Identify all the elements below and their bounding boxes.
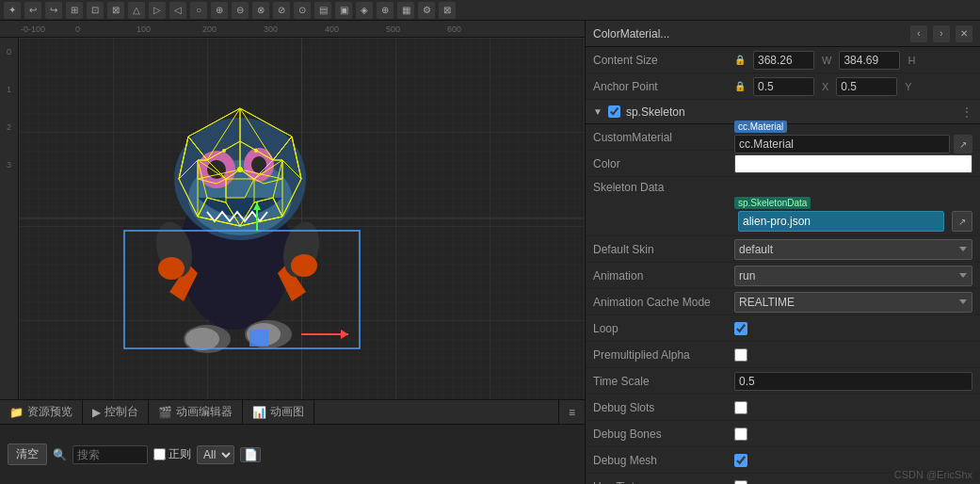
loop-value <box>734 322 972 335</box>
svg-marker-65 <box>341 330 348 339</box>
toolbar-icon-1[interactable]: ⊞ <box>66 2 83 19</box>
right-panel-header: ColorMaterial... ‹ › ✕ <box>586 21 980 47</box>
anchor-y-input[interactable] <box>836 77 897 96</box>
panel-tabs: 📁 资源预览 ▶ 控制台 🎬 动画编辑器 📊 动画图 ≡ <box>0 400 585 425</box>
debug-bones-row: Debug Bones <box>586 421 980 447</box>
animation-cache-mode-value: REALTIME <box>734 292 972 313</box>
premultiplied-alpha-row: Premultiplied Alpha <box>586 342 980 368</box>
toolbar-icon-logo[interactable]: ✦ <box>4 2 21 19</box>
debug-bones-checkbox[interactable] <box>734 428 747 441</box>
skeleton-enable-checkbox[interactable] <box>608 105 620 118</box>
panel-nav-forward[interactable]: › <box>933 25 950 42</box>
clear-button[interactable]: 清空 <box>8 444 47 465</box>
tab-animation-editor[interactable]: 🎬 动画编辑器 <box>149 400 243 424</box>
animation-cache-mode-label: Animation Cache Mode <box>593 296 734 309</box>
ruler-mark-1: 0 <box>75 24 80 34</box>
debug-slots-checkbox[interactable] <box>734 401 747 414</box>
canvas-viewport[interactable]: -0-100 0 100 200 300 400 500 600 0 1 2 3 <box>0 21 585 399</box>
toolbar-icon-17[interactable]: ▦ <box>397 2 414 19</box>
skeleton-data-input[interactable] <box>738 211 944 232</box>
color-swatch[interactable] <box>734 154 972 173</box>
color-value <box>734 154 972 173</box>
toolbar-icon-10[interactable]: ⊗ <box>252 2 269 19</box>
folder-btn[interactable]: 📄 <box>240 447 261 462</box>
svg-point-44 <box>254 149 258 153</box>
toolbar-icon-redo[interactable]: ↪ <box>45 2 62 19</box>
animation-cache-mode-select[interactable]: REALTIME <box>734 292 972 313</box>
ruler-side-mark-4: 3 <box>7 160 11 169</box>
toolbar-icon-15[interactable]: ◈ <box>356 2 373 19</box>
panel-content: 清空 🔍 正则 All 📄 <box>0 425 585 484</box>
debug-mesh-checkbox[interactable] <box>734 454 747 467</box>
tab-animation-graph[interactable]: 📊 动画图 <box>243 400 314 424</box>
panel-menu-btn[interactable]: ≡ <box>558 400 585 424</box>
loop-checkbox[interactable] <box>734 322 747 335</box>
toolbar-icon-3[interactable]: ⊠ <box>107 2 124 19</box>
toolbar-icon-2[interactable]: ⊡ <box>87 2 104 19</box>
ruler-mark-0: -0-100 <box>21 24 45 34</box>
toolbar-icons: ✦ ↩ ↪ ⊞ ⊡ ⊠ △ ▷ ◁ ○ ⊕ ⊖ ⊗ ⊘ ⊙ ▤ ▣ ◈ ⊕ ▦ … <box>4 2 456 19</box>
time-scale-input[interactable] <box>734 372 972 391</box>
toolbar-icon-18[interactable]: ⚙ <box>418 2 435 19</box>
content-size-h-input[interactable] <box>839 51 900 70</box>
toolbar-icon-16[interactable]: ⊕ <box>377 2 394 19</box>
toolbar-icon-undo[interactable]: ↩ <box>24 2 41 19</box>
lock-icon-cs: 🔒 <box>734 55 746 65</box>
animation-select[interactable]: run <box>734 266 972 286</box>
top-toolbar: ✦ ↩ ↪ ⊞ ⊡ ⊠ △ ▷ ◁ ○ ⊕ ⊖ ⊗ ⊘ ⊙ ▤ ▣ ◈ ⊕ ▦ … <box>0 0 980 21</box>
tab-asset-preview[interactable]: 📁 资源预览 <box>0 400 83 424</box>
animation-cache-mode-row: Animation Cache Mode REALTIME <box>586 289 980 315</box>
toolbar-icon-13[interactable]: ▤ <box>314 2 331 19</box>
toolbar-icon-8[interactable]: ⊕ <box>211 2 228 19</box>
ruler-side-mark-2: 1 <box>7 85 11 94</box>
console-label: 控制台 <box>104 404 138 420</box>
content-size-value: 🔒 W H <box>734 51 972 70</box>
animation-label: Animation <box>593 269 734 282</box>
toolbar-icon-14[interactable]: ▣ <box>335 2 352 19</box>
asset-preview-icon: 📁 <box>9 406 24 419</box>
toolbar-icon-11[interactable]: ⊘ <box>273 2 290 19</box>
toolbar-icon-12[interactable]: ⊙ <box>294 2 311 19</box>
skeleton-data-row: Skeleton Data sp.SkeletonData ↗ <box>586 177 980 236</box>
panel-close[interactable]: ✕ <box>956 25 972 42</box>
csdn-watermark: CSDN @EricShx <box>894 469 972 480</box>
normal-checkbox[interactable] <box>153 448 166 460</box>
animation-value: run <box>734 266 972 286</box>
material-badge-row: cc.Material <box>734 121 972 133</box>
section-expand-icon[interactable]: ▼ <box>593 106 602 117</box>
right-panel-title: ColorMaterial... <box>593 27 669 40</box>
search-input[interactable] <box>72 445 148 464</box>
use-tint-checkbox[interactable] <box>734 480 747 485</box>
toolbar-icon-19[interactable]: ⊠ <box>439 2 456 19</box>
toolbar-icon-7[interactable]: ○ <box>190 2 207 19</box>
canvas-area: -0-100 0 100 200 300 400 500 600 0 1 2 3 <box>0 21 585 484</box>
premultiplied-alpha-value <box>734 348 972 362</box>
premultiplied-alpha-label: Premultiplied Alpha <box>593 348 734 362</box>
ruler-mark-3: 200 <box>202 24 217 34</box>
toolbar-icon-9[interactable]: ⊖ <box>232 2 249 19</box>
toolbar-icon-6[interactable]: ◁ <box>169 2 186 19</box>
panel-nav-back[interactable]: ‹ <box>910 25 927 42</box>
anchor-point-label: Anchor Point <box>593 80 734 93</box>
skeleton-data-link-btn[interactable]: ↗ <box>952 211 972 232</box>
normal-label: 正则 <box>169 446 191 462</box>
debug-slots-value <box>734 401 972 414</box>
color-row: Color <box>586 151 980 177</box>
content-size-w-input[interactable] <box>753 51 814 70</box>
material-input[interactable] <box>734 135 950 153</box>
normal-checkbox-label: 正则 <box>153 446 191 462</box>
toolbar-icon-5[interactable]: ▷ <box>149 2 166 19</box>
tab-console[interactable]: ▶ 控制台 <box>83 400 149 424</box>
premultiplied-alpha-checkbox[interactable] <box>734 348 747 362</box>
skeleton-data-badge: sp.SkeletonData <box>734 197 811 209</box>
character-display <box>113 66 367 358</box>
ruler-mark-7: 600 <box>447 24 461 34</box>
custom-material-value: cc.Material ↗ <box>734 118 972 156</box>
time-scale-value <box>734 372 972 391</box>
material-link-btn[interactable]: ↗ <box>954 135 972 153</box>
all-select[interactable]: All <box>197 445 234 464</box>
anchor-x-input[interactable] <box>753 77 814 96</box>
default-skin-select[interactable]: default <box>734 239 972 260</box>
section-menu-icon[interactable]: ⋮ <box>961 105 972 119</box>
toolbar-icon-4[interactable]: △ <box>128 2 145 19</box>
